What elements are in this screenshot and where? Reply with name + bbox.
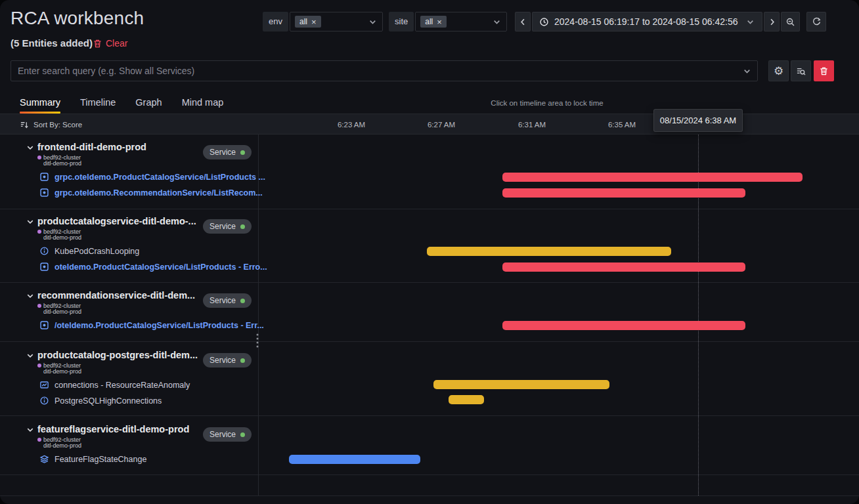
tab-mind-map[interactable]: Mind map	[182, 92, 224, 113]
timeline-bar[interactable]	[433, 380, 609, 389]
list-search-icon	[796, 66, 806, 76]
env-select[interactable]: all ×	[290, 12, 383, 32]
locked-time-tooltip: 08/15/2024 6:38 AM	[653, 109, 743, 132]
site-selected-tag: all ×	[420, 16, 447, 28]
chevron-down-icon	[368, 17, 378, 27]
alert-link-item[interactable]: grpc.oteldemo.RecommendationService/List…	[39, 188, 263, 198]
alert-link-item[interactable]: oteldemo.ProductCatalogService/ListProdu…	[39, 262, 267, 272]
chevron-down-icon[interactable]	[26, 144, 34, 152]
alert-rule-icon	[39, 172, 49, 182]
site-select[interactable]: all ×	[415, 12, 507, 32]
entity-name[interactable]: frontend-ditl-demo-prod	[37, 142, 146, 152]
alert-item[interactable]: KubePodCrashLooping	[39, 246, 139, 256]
panel-resize-handle[interactable]	[255, 333, 260, 350]
site-selected-value: all	[425, 17, 433, 26]
time-range-text: 2024-08-15 06:19:17 to 2024-08-15 06:42:…	[554, 16, 738, 27]
timeline-bar[interactable]	[449, 395, 484, 404]
chevron-down-icon[interactable]	[742, 66, 752, 76]
entity-namespace: ditl-demo-prod	[43, 308, 81, 315]
timeline-bar[interactable]	[502, 173, 803, 182]
summary-content: frontend-ditl-demo-prod bedf92-cluster d…	[0, 135, 859, 504]
entity-group-frontend: frontend-ditl-demo-prod bedf92-cluster d…	[0, 141, 258, 213]
entity-name[interactable]: featureflagservice-ditl-demo-prod	[37, 424, 189, 434]
chevron-down-icon	[745, 17, 755, 27]
time-tick: 6:35 AM	[608, 114, 636, 135]
service-status-dot	[240, 358, 245, 363]
service-status-dot	[240, 150, 245, 155]
settings-button[interactable]: ⚙	[768, 60, 789, 81]
time-range-controls: 2024-08-15 06:19:17 to 2024-08-15 06:42:…	[515, 12, 827, 32]
env-selected-tag: all ×	[295, 16, 321, 28]
panel-chart-icon	[39, 380, 49, 390]
refresh-button[interactable]	[806, 12, 826, 32]
sort-icon	[20, 120, 30, 130]
env-filter: env all ×	[263, 12, 383, 32]
tab-timeline[interactable]: Timeline	[80, 92, 116, 113]
entity-namespace: ditl-demo-prod	[43, 368, 81, 375]
clear-entities-button[interactable]: Clear	[93, 38, 127, 49]
rca-workbench-app: RCA workbench env all × site all ×	[0, 0, 859, 504]
timeline-bar[interactable]	[502, 188, 745, 198]
entity-type-badge: Service	[203, 219, 252, 234]
anomaly-item[interactable]: connections - ResourceRateAnomaly	[39, 380, 190, 390]
time-shift-back-button[interactable]	[515, 12, 531, 32]
service-status-dot	[240, 299, 245, 303]
time-tick: 6:31 AM	[518, 114, 546, 135]
alert-link-item[interactable]: /oteldemo.ProductCatalogService/ListProd…	[39, 320, 264, 330]
entity-namespace: ditl-demo-prod	[43, 442, 81, 449]
entity-name[interactable]: productcatalog-postgres-ditl-dem...	[37, 350, 198, 360]
entity-name[interactable]: productcatalogservice-ditl-demo-...	[37, 216, 196, 226]
clock-icon	[539, 17, 549, 27]
entity-group-productcatalogservice: productcatalogservice-ditl-demo-... bedf…	[0, 215, 258, 287]
tab-summary[interactable]: Summary	[20, 92, 60, 113]
timeline-bar[interactable]	[502, 262, 745, 272]
chevron-down-icon	[492, 17, 502, 27]
env-selected-value: all	[299, 17, 307, 26]
site-tag-remove-icon[interactable]: ×	[437, 18, 442, 26]
alert-rule-icon	[39, 320, 49, 330]
cluster-dot	[37, 156, 41, 159]
timeline-bar[interactable]	[502, 321, 745, 330]
time-range-picker[interactable]: 2024-08-15 06:19:17 to 2024-08-15 06:42:…	[532, 12, 762, 32]
tab-graph[interactable]: Graph	[135, 92, 162, 113]
info-circle-icon	[39, 396, 49, 406]
entities-added-count: (5 Entities added)	[11, 37, 93, 49]
trash-icon	[819, 66, 829, 76]
event-item[interactable]: FeatureFlagStateChange	[39, 454, 146, 464]
group-divider	[0, 495, 859, 496]
cluster-dot	[37, 364, 41, 368]
entity-group-featureflagservice: featureflagservice-ditl-demo-prod bedf92…	[0, 423, 258, 495]
entity-name[interactable]: recommendationservice-ditl-dem...	[37, 290, 195, 301]
cluster-dot	[37, 230, 41, 234]
entity-type-badge: Service	[203, 293, 252, 308]
zoom-out-time-button[interactable]	[781, 12, 800, 32]
service-status-dot	[240, 224, 245, 229]
site-filter-label: site	[389, 12, 414, 32]
clear-label: Clear	[106, 38, 127, 49]
delete-query-button[interactable]	[814, 60, 834, 81]
entity-group-productcatalog-postgres: productcatalog-postgres-ditl-dem... bedf…	[0, 349, 258, 421]
time-tick: 6:27 AM	[428, 114, 455, 135]
chevron-down-icon[interactable]	[26, 426, 34, 434]
entity-namespace: ditl-demo-prod	[43, 234, 81, 241]
alert-link-item[interactable]: grpc.oteldemo.ProductCatalogService/List…	[39, 172, 265, 182]
timeline-bar[interactable]	[289, 455, 420, 464]
sort-by-control[interactable]: Sort By: Score	[20, 114, 82, 135]
alert-rule-icon	[39, 188, 49, 198]
sort-by-label: Sort By: Score	[33, 121, 82, 129]
chevron-down-icon[interactable]	[26, 292, 34, 300]
query-inspector-button[interactable]	[791, 60, 811, 81]
search-query-input[interactable]	[11, 60, 758, 81]
chevron-down-icon[interactable]	[26, 352, 34, 360]
gear-icon: ⚙	[774, 64, 783, 78]
alert-item[interactable]: PostgreSQLHighConnections	[39, 396, 162, 406]
time-shift-forward-button[interactable]	[764, 12, 780, 32]
chevron-down-icon[interactable]	[26, 218, 34, 226]
info-circle-icon	[39, 246, 49, 256]
entity-type-badge: Service	[203, 427, 252, 442]
timeline-bar[interactable]	[427, 247, 671, 256]
entity-type-badge: Service	[203, 145, 252, 159]
page-title: RCA workbench	[11, 8, 144, 29]
env-filter-label: env	[263, 12, 288, 32]
env-tag-remove-icon[interactable]: ×	[311, 18, 317, 26]
